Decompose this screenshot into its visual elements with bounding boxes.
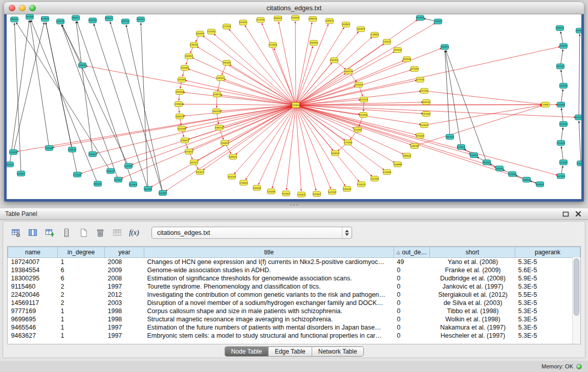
graph-node[interactable]: 1222420 bbox=[207, 29, 215, 34]
graph-node[interactable]: 991502 bbox=[7, 162, 14, 167]
close-panel-button[interactable] bbox=[574, 209, 583, 218]
graph-node[interactable]: 1802314 bbox=[483, 160, 491, 165]
graph-node[interactable]: 1608998 bbox=[394, 162, 402, 167]
graph-node[interactable]: 1931345 bbox=[223, 60, 231, 65]
graph-node[interactable]: 1205490 bbox=[267, 189, 275, 194]
graph-node[interactable]: 1380712 bbox=[215, 125, 223, 130]
graph-node[interactable]: 1675431 bbox=[239, 20, 247, 25]
graph-node[interactable]: 950513 bbox=[107, 168, 115, 173]
graph-node[interactable]: 1907430 bbox=[394, 48, 402, 53]
graph-node[interactable]: 985301 bbox=[94, 181, 102, 186]
table-mode-button[interactable] bbox=[8, 226, 24, 240]
graph-node[interactable]: 1769325 bbox=[297, 192, 306, 197]
graph-node[interactable]: 1986191 bbox=[309, 16, 317, 21]
graph-node[interactable]: 1295302 bbox=[577, 161, 581, 166]
table-row[interactable]: 946554611997Estimation of the future num… bbox=[8, 323, 580, 332]
tab-node-table[interactable]: Node Table bbox=[225, 347, 268, 356]
graph-node[interactable]: 2073048 bbox=[178, 126, 186, 131]
graph-node[interactable]: 1709349 bbox=[383, 169, 391, 174]
graph-node[interactable]: 1603425 bbox=[495, 166, 504, 171]
graph-node[interactable]: 1961305 bbox=[330, 58, 338, 63]
graph-node[interactable]: 1025395 bbox=[124, 163, 133, 168]
graph-node[interactable]: 1832021 bbox=[212, 108, 221, 114]
graph-node[interactable]: 1598125 bbox=[68, 147, 76, 152]
graph-node[interactable]: 1025310 bbox=[17, 171, 25, 176]
graph-node[interactable]: 1664879 bbox=[441, 45, 449, 50]
graph-node[interactable]: 1590423 bbox=[556, 26, 564, 31]
window-titlebar[interactable]: citations_edges.txt bbox=[4, 2, 584, 14]
graph-node[interactable]: 1708345 bbox=[239, 180, 248, 185]
graph-node[interactable]: 1145230 bbox=[559, 121, 568, 126]
graph-node[interactable]: 1522406 bbox=[359, 112, 367, 117]
graph-node[interactable]: 1649621 bbox=[342, 22, 350, 27]
column-header-in_degree[interactable]: in_degree bbox=[58, 247, 105, 258]
graph-node[interactable]: 1056234 bbox=[89, 18, 97, 23]
graph-node[interactable]: 1860409 bbox=[274, 16, 282, 21]
table-row[interactable]: 1938455462009Genome-wide association stu… bbox=[8, 266, 580, 274]
graph-node[interactable]: 1451875 bbox=[357, 27, 365, 32]
column-header-year[interactable]: year bbox=[105, 247, 144, 258]
table-row[interactable]: 2242004622012Investigating the contribut… bbox=[8, 291, 580, 299]
graph-node[interactable]: 1679120 bbox=[457, 144, 465, 149]
graph-node[interactable]: 1102546 bbox=[56, 19, 64, 24]
graph-node[interactable]: 1325409 bbox=[557, 102, 565, 107]
graph-node[interactable]: 1261015 bbox=[383, 39, 391, 45]
graph-node[interactable]: 1160742 bbox=[422, 100, 430, 105]
graph-node[interactable]: 1631245 bbox=[228, 174, 236, 179]
graph-node[interactable]: 1748355 bbox=[371, 32, 379, 37]
graph-node[interactable]: 1030550 bbox=[9, 149, 17, 155]
graph-node[interactable]: 1677481 bbox=[420, 89, 428, 94]
zoom-window-button[interactable] bbox=[29, 5, 36, 11]
graph-node[interactable]: 1867920 bbox=[446, 134, 454, 139]
graph-node[interactable]: 1675483 bbox=[410, 67, 419, 72]
graph-node[interactable]: 1220409 bbox=[354, 127, 362, 132]
graph-node[interactable]: 1830137 bbox=[176, 114, 184, 119]
graph-node[interactable]: 1920408 bbox=[176, 90, 184, 95]
graph-node[interactable]: 2050132 bbox=[343, 186, 351, 191]
graph-node[interactable]: 1124503 bbox=[129, 182, 137, 187]
panel-splitter[interactable] bbox=[0, 202, 588, 207]
graph-node[interactable]: 2526035 bbox=[45, 145, 53, 150]
graph-node[interactable]: 1830546 bbox=[403, 57, 411, 62]
tab-edge-table[interactable]: Edge Table bbox=[268, 347, 312, 356]
import-table-button[interactable] bbox=[110, 226, 125, 240]
graph-node[interactable]: 1827430 bbox=[556, 64, 564, 69]
graph-node[interactable]: 1819571 bbox=[196, 169, 204, 174]
graph-node[interactable]: 1513457 bbox=[313, 191, 321, 196]
graph-node[interactable]: 1016421 bbox=[420, 122, 428, 127]
graph-node[interactable]: 1802052 bbox=[196, 31, 204, 36]
graph-node[interactable]: 1924501 bbox=[536, 182, 544, 187]
table-row[interactable]: 911546021997Tourette syndrome. Phenomeno… bbox=[8, 282, 580, 291]
graph-node[interactable]: 1463450 bbox=[253, 185, 261, 190]
graph-node[interactable]: 1223140 bbox=[73, 172, 81, 177]
close-window-button[interactable] bbox=[9, 5, 15, 11]
table-row[interactable]: 1830029562008Estimation of significance … bbox=[8, 274, 580, 282]
table-row[interactable]: 969969511998Structural magnetic resonanc… bbox=[8, 315, 580, 323]
table-row[interactable]: 946362711997Embryonic stem cells: a mode… bbox=[8, 332, 580, 340]
graph-node[interactable]: 1613407 bbox=[282, 191, 290, 196]
graph-node[interactable]: 1023495 bbox=[41, 16, 49, 21]
graph-node[interactable]: 1899549 bbox=[403, 153, 411, 158]
graph-node[interactable]: 1631057 bbox=[434, 19, 442, 24]
graph-node[interactable]: 1340453 bbox=[221, 140, 229, 145]
graph-node[interactable]: 1285302 bbox=[216, 76, 225, 81]
graph-node[interactable]: 1923541 bbox=[508, 171, 516, 177]
table-row[interactable]: 977716911998Corpus callosum shape and si… bbox=[8, 307, 580, 315]
scrollbar-thumb[interactable] bbox=[574, 258, 579, 316]
graph-node[interactable]: 1094530 bbox=[522, 177, 531, 182]
graph-node[interactable]: 1609337 bbox=[185, 54, 193, 59]
column-header-out_de[interactable]: △out_de… bbox=[394, 247, 430, 258]
graph-node[interactable]: 1672051 bbox=[328, 189, 336, 194]
graph-node[interactable]: 964230 bbox=[144, 186, 152, 191]
add-column-button[interactable] bbox=[42, 226, 57, 240]
function-builder-button[interactable]: f(x) bbox=[126, 226, 142, 240]
graph-node[interactable]: 1915409 bbox=[416, 133, 424, 138]
graph-node[interactable]: 1664091 bbox=[310, 40, 318, 46]
graph-node[interactable]: 1420405 bbox=[178, 77, 186, 82]
graph-node[interactable]: 1677520 bbox=[557, 173, 565, 179]
graph-node[interactable]: 1425390 bbox=[559, 83, 568, 89]
graph-node[interactable]: 1664093 bbox=[291, 15, 299, 20]
table-row[interactable]: 1456911722003Disruption of a novel membe… bbox=[8, 299, 580, 307]
network-graph-canvas[interactable]: 1724045180205217851811609337124148114204… bbox=[7, 14, 581, 199]
column-header-name[interactable]: name bbox=[8, 247, 58, 258]
